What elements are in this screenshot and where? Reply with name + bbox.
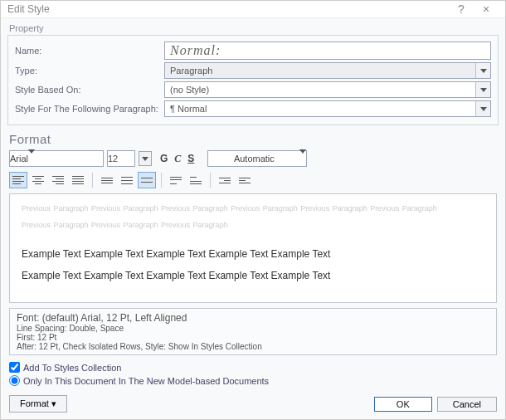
edit-style-dialog: Edit Style ? × Property Name: Type: Para…: [0, 0, 506, 420]
preview-sample-text: Example Text Example Text Example Text E…: [22, 243, 484, 265]
format-menu-button[interactable]: Format ▾: [9, 395, 67, 413]
format-toolbar: Arial 12 G C S Automatic: [1, 148, 505, 169]
dialog-buttons: Format ▾ OK Cancel: [1, 390, 505, 419]
chevron-down-icon: [299, 154, 306, 164]
font-size-dropdown[interactable]: [139, 151, 152, 166]
font-size-combo[interactable]: 12: [107, 150, 135, 167]
based-on-value: (no Style): [165, 85, 475, 95]
help-button[interactable]: ?: [449, 2, 474, 16]
align-justify-button[interactable]: [69, 172, 87, 188]
chevron-down-icon: [475, 101, 490, 116]
type-value: Paragraph: [165, 66, 475, 76]
separator: [92, 173, 93, 188]
align-right-button[interactable]: [49, 172, 67, 188]
type-combo[interactable]: Paragraph: [164, 62, 491, 79]
titlebar: Edit Style ? ×: [1, 1, 505, 18]
scope-radio[interactable]: Only In This Document In The New Model-b…: [9, 375, 497, 386]
following-value: ¶ Normal: [165, 104, 475, 114]
align-center-button[interactable]: [29, 172, 47, 188]
font-style-group: G C S: [160, 153, 194, 165]
property-group: Name: Type: Paragraph Style Based On: (n…: [7, 35, 499, 125]
separator: [161, 173, 162, 188]
style-summary: Font: (default) Arial, 12 Pt, Left Align…: [9, 308, 497, 355]
spacing-1-button[interactable]: [98, 172, 116, 188]
indent-decrease-button[interactable]: [216, 172, 234, 188]
cancel-button[interactable]: Cancel: [437, 397, 497, 412]
preview-previous-text-2: Previous Paragraph Previous Paragraph Pr…: [22, 219, 484, 231]
add-to-collection-input[interactable]: [9, 362, 20, 373]
chevron-down-icon: [475, 82, 490, 97]
font-color-value: Automatic: [208, 154, 299, 164]
summary-line-3: First: 12 Pt: [17, 333, 489, 342]
name-input[interactable]: [164, 42, 491, 60]
indent-increase-button[interactable]: [236, 172, 254, 188]
separator: [210, 173, 211, 188]
italic-button[interactable]: C: [174, 153, 181, 165]
align-left-button[interactable]: [9, 172, 27, 188]
bold-button[interactable]: G: [160, 153, 168, 165]
summary-line-4: After: 12 Pt, Check Isolated Rows, Style…: [17, 342, 489, 351]
space-before-inc-button[interactable]: [167, 172, 185, 188]
preview-sample-text-2: Example Text Example Text Example Text E…: [22, 265, 484, 286]
close-button[interactable]: ×: [474, 2, 499, 16]
paragraph-toolbar: [1, 169, 505, 193]
font-family-value: Arial: [10, 154, 28, 164]
font-family-combo[interactable]: Arial: [9, 150, 104, 167]
dialog-title: Edit Style: [7, 3, 449, 15]
name-label: Name:: [15, 46, 164, 56]
summary-line-2: Line Spacing: Double, Space: [17, 324, 489, 333]
options-group: Add To Styles Collection Only In This Do…: [1, 357, 505, 390]
ok-button[interactable]: OK: [374, 397, 432, 412]
font-color-combo[interactable]: Automatic: [207, 150, 307, 167]
based-on-label: Style Based On:: [15, 85, 164, 95]
summary-line-1: Font: (default) Arial, 12 Pt, Left Align…: [17, 312, 489, 324]
underline-button[interactable]: S: [187, 153, 194, 165]
spacing-15-button[interactable]: [118, 172, 136, 188]
scope-label: Only In This Document In The New Model-b…: [23, 376, 269, 386]
add-to-collection-label: Add To Styles Collection: [23, 363, 121, 373]
format-legend: Format: [1, 130, 505, 148]
scope-radio-input[interactable]: [9, 375, 20, 386]
chevron-down-icon: [28, 154, 35, 164]
chevron-down-icon: [475, 63, 490, 78]
add-to-collection-checkbox[interactable]: Add To Styles Collection: [9, 362, 497, 373]
preview-previous-text: Previous Paragraph Previous Paragraph Pr…: [22, 203, 484, 214]
preview-panel: Previous Paragraph Previous Paragraph Pr…: [9, 193, 497, 303]
following-combo[interactable]: ¶ Normal: [164, 100, 491, 117]
spacing-2-button[interactable]: [138, 172, 156, 188]
type-label: Type:: [15, 66, 164, 76]
space-before-dec-button[interactable]: [187, 172, 205, 188]
following-label: Style For The Following Paragraph:: [15, 104, 164, 114]
based-on-combo[interactable]: (no Style): [164, 81, 491, 98]
font-size-value: 12: [108, 154, 118, 164]
property-legend: Property: [1, 18, 505, 35]
